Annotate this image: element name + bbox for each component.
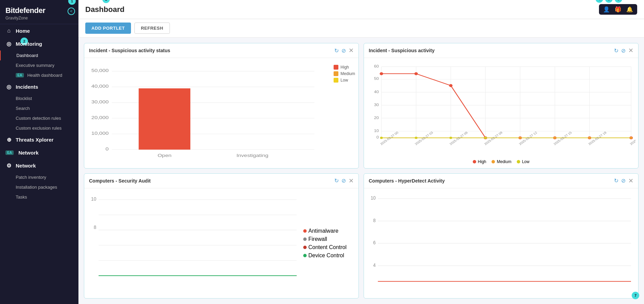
legend-low-label: Low bbox=[340, 78, 348, 83]
svg-text:8: 8 bbox=[94, 225, 97, 230]
sidebar-item-blocklist[interactable]: Blocklist bbox=[0, 93, 78, 103]
header-actions: 4 5 6 👤 🎁 🔔 bbox=[599, 4, 637, 15]
dot-antimalware bbox=[303, 229, 307, 233]
dashboard-grid: Incident - Suspicious activity status ↻ … bbox=[78, 38, 644, 304]
svg-text:10: 10 bbox=[374, 129, 379, 133]
sidebar-item-executive-summary[interactable]: Executive summary bbox=[0, 60, 78, 70]
line-legend-medium-label: Medium bbox=[497, 159, 511, 164]
sidebar-item-incidents[interactable]: ◎ Incidents bbox=[0, 80, 78, 93]
refresh-portlet3-icon[interactable]: ↻ bbox=[334, 177, 339, 184]
bar-open bbox=[139, 88, 191, 150]
dot-low-0 bbox=[380, 137, 383, 139]
refresh-portlet-icon[interactable]: ↻ bbox=[334, 47, 339, 54]
network-icon: ⚙ bbox=[5, 162, 12, 169]
header: 3 Dashboard 4 5 6 👤 🎁 🔔 bbox=[78, 0, 644, 19]
portlet-hyperdetect-controls: ↻ ⊘ ✕ bbox=[614, 177, 633, 185]
sidebar-item-home[interactable]: ⌂ Home bbox=[0, 24, 78, 37]
refresh-portlet2-icon[interactable]: ↻ bbox=[614, 47, 618, 54]
sidebar-item-monitoring[interactable]: ◎ Monitoring bbox=[0, 37, 78, 50]
portlet-suspicious-activity: Incident - Suspicious activity ↻ ⊘ ✕ 60 … bbox=[364, 43, 639, 169]
svg-text:0: 0 bbox=[377, 135, 379, 140]
legend-high-label: High bbox=[340, 65, 349, 70]
portlet-security-audit-header: Computers - Security Audit ↻ ⊘ ✕ bbox=[84, 174, 358, 188]
gift-icon[interactable]: 🎁 bbox=[615, 6, 621, 13]
portlet-suspicious-activity-controls: ↻ ⊘ ✕ bbox=[614, 47, 633, 54]
badge-1: 1 bbox=[68, 0, 76, 5]
dot-device-control bbox=[303, 254, 307, 257]
badge-3: 3 bbox=[102, 0, 110, 3]
sidebar-item-network-ea[interactable]: EA Network bbox=[0, 146, 78, 159]
health-dashboard-label: Health dashboard bbox=[27, 73, 62, 78]
close-portlet4-icon[interactable]: ✕ bbox=[628, 177, 633, 185]
dot-high-1 bbox=[414, 72, 418, 75]
close-portlet3-icon[interactable]: ✕ bbox=[349, 177, 354, 185]
svg-text:0: 0 bbox=[105, 147, 108, 151]
sidebar-item-tasks[interactable]: Tasks bbox=[0, 192, 78, 202]
portlet-suspicious-status-body: 50,000 40,000 30,000 20,000 10,000 0 bbox=[84, 58, 358, 168]
sidebar-item-search[interactable]: Search bbox=[0, 103, 78, 113]
sidebar-item-network-ea-label: Network bbox=[18, 150, 39, 156]
header-icons-box: 👤 🎁 🔔 bbox=[599, 4, 637, 15]
refresh-portlet4-icon[interactable]: ↻ bbox=[614, 177, 618, 184]
notification-icon[interactable]: 🔔 bbox=[626, 6, 633, 13]
svg-text:40: 40 bbox=[374, 89, 379, 94]
add-portlet-button[interactable]: ADD PORTLET bbox=[85, 23, 131, 34]
monitoring-icon: ◎ bbox=[5, 41, 12, 47]
device-control-label: Device Control bbox=[308, 252, 344, 259]
sidebar-item-custom-detection[interactable]: Custom detection rules bbox=[0, 113, 78, 123]
legend-high: High bbox=[334, 65, 355, 70]
ea-badge-health: EA bbox=[16, 73, 24, 77]
dot-med-6 bbox=[588, 137, 591, 139]
svg-text:Investigating: Investigating bbox=[236, 154, 268, 158]
badge-4: 4 bbox=[596, 0, 603, 3]
legend-line-medium: Medium bbox=[492, 159, 511, 164]
legend-line-high: High bbox=[473, 159, 486, 164]
close-portlet-icon[interactable]: ✕ bbox=[349, 47, 354, 54]
sidebar-item-health-dashboard[interactable]: EA Health dashboard bbox=[0, 70, 78, 80]
settings-portlet3-icon[interactable]: ⊘ bbox=[341, 177, 346, 184]
sidebar-item-incidents-label: Incidents bbox=[16, 84, 38, 90]
badge-7: 7 bbox=[632, 292, 639, 299]
badge-6: 6 bbox=[615, 0, 622, 3]
sidebar-item-home-label: Home bbox=[16, 28, 30, 34]
dot-firewall bbox=[303, 237, 307, 241]
sidebar-item-installation-packages[interactable]: Installation packages bbox=[0, 182, 78, 192]
portlet-suspicious-status-title: Incident - Suspicious activity status bbox=[89, 48, 170, 53]
svg-text:40,000: 40,000 bbox=[91, 84, 109, 88]
sidebar-collapse-btn[interactable]: < bbox=[68, 8, 75, 15]
legend-antimalware: Antimalware bbox=[303, 228, 354, 234]
settings-portlet4-icon[interactable]: ⊘ bbox=[621, 177, 626, 184]
dot-high-2 bbox=[449, 84, 452, 87]
main-content: 3 Dashboard 4 5 6 👤 🎁 🔔 ADD PORTLET REFR… bbox=[78, 0, 644, 304]
portlet-hyperdetect-header: Computers - HyperDetect Activity ↻ ⊘ ✕ bbox=[364, 174, 638, 188]
svg-text:20: 20 bbox=[374, 115, 379, 120]
svg-text:30,000: 30,000 bbox=[91, 100, 109, 104]
dot-low-legend bbox=[517, 160, 520, 163]
dot-content-control bbox=[303, 246, 307, 249]
svg-text:10,000: 10,000 bbox=[91, 131, 109, 135]
sidebar-logo: 1 Bitdefender GravityZone 2 < bbox=[0, 0, 78, 24]
close-portlet2-icon[interactable]: ✕ bbox=[628, 47, 633, 54]
dot-high-0 bbox=[380, 72, 383, 75]
legend-medium-label: Medium bbox=[340, 71, 355, 76]
dot-low-1 bbox=[415, 137, 418, 139]
ea-badge-network: EA bbox=[5, 150, 14, 155]
legend-high-color bbox=[334, 65, 338, 70]
settings-portlet2-icon[interactable]: ⊘ bbox=[621, 47, 626, 54]
svg-text:8: 8 bbox=[373, 218, 376, 223]
security-audit-chart: 10 8 bbox=[87, 191, 301, 296]
sidebar-item-threats[interactable]: ⊕ Threats Xplorer bbox=[0, 133, 78, 146]
refresh-button[interactable]: REFRESH bbox=[134, 23, 170, 34]
legend-medium: Medium bbox=[334, 71, 355, 76]
user-icon[interactable]: 👤 bbox=[603, 6, 610, 13]
threats-icon: ⊕ bbox=[5, 136, 12, 143]
settings-portlet-icon[interactable]: ⊘ bbox=[341, 47, 346, 54]
portlet-security-audit-body: 10 8 bbox=[84, 188, 358, 299]
sidebar-item-custom-exclusion[interactable]: Custom exclusion rules bbox=[0, 123, 78, 133]
sidebar-item-patch-inventory[interactable]: Patch inventory bbox=[0, 172, 78, 182]
portlet-hyperdetect-body: 10 8 6 4 bbox=[364, 188, 638, 299]
sidebar-item-dashboard[interactable]: Dashboard bbox=[0, 50, 78, 60]
legend-low: Low bbox=[334, 78, 355, 83]
svg-text:30: 30 bbox=[374, 102, 379, 107]
sidebar-item-network[interactable]: ⚙ Network bbox=[0, 159, 78, 172]
